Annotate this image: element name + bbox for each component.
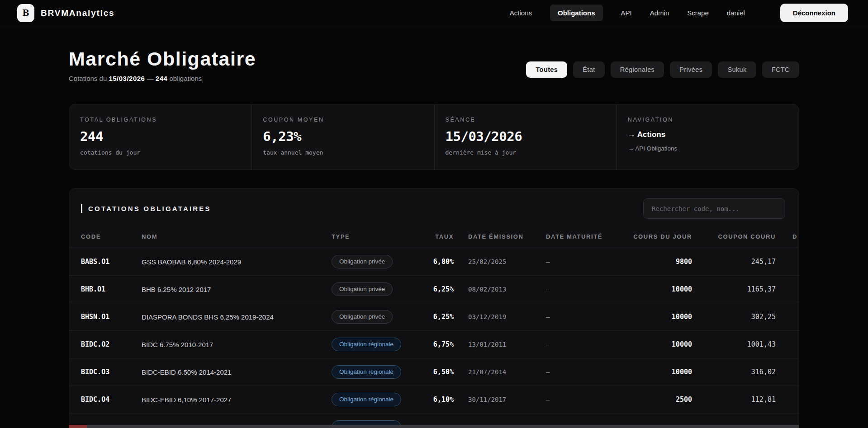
- cell-extra: [776, 386, 799, 414]
- subtitle-date: 15/03/2026: [109, 75, 145, 82]
- cell-date-maturite: —: [546, 386, 627, 414]
- cell-extra: [776, 248, 799, 276]
- filter-chip-état[interactable]: État: [573, 61, 604, 78]
- title-block: Marché Obligataire Cotations du 15/03/20…: [69, 49, 256, 82]
- nav-item-obligations[interactable]: Obligations: [550, 5, 603, 21]
- cell-coupon: 302,25: [692, 303, 776, 331]
- column-header: CODE: [69, 228, 142, 248]
- cell-taux: 6,50%: [415, 358, 454, 386]
- nav-link-actions[interactable]: → Actions: [628, 130, 799, 139]
- card-head: COTATIONS OBLIGATAIRES: [69, 188, 799, 228]
- cell-date-emission: 25/02/2025: [454, 248, 546, 276]
- stat-seance: SÉANCE 15/03/2026 dernière mise à jour: [434, 104, 617, 169]
- cell-taux: 6,75%: [415, 331, 454, 358]
- nav-item-daniel[interactable]: daniel: [727, 9, 745, 17]
- column-header: NOM: [142, 228, 332, 248]
- subtitle-count: 244: [156, 75, 168, 82]
- scrollbar-left-segment: [69, 425, 87, 428]
- filter-chip-sukuk[interactable]: Sukuk: [718, 61, 756, 78]
- cell-date-maturite: —: [546, 358, 627, 386]
- stat-value: 15/03/2026: [446, 129, 617, 144]
- top-navbar: B BRVMAnalytics ActionsObligationsAPIAdm…: [0, 0, 868, 26]
- cell-date-maturite: —: [546, 248, 627, 276]
- cell-code: BIDC.O2: [69, 331, 142, 358]
- subtitle-suffix: obligations: [167, 75, 202, 82]
- column-header: COUPON COURU: [692, 228, 776, 248]
- stat-sub: taux annuel moyen: [263, 149, 434, 156]
- cell-taux: 6,25%: [415, 276, 454, 303]
- subtitle-prefix: Cotations du: [69, 75, 109, 82]
- cell-nom: DIASPORA BONDS BHS 6,25% 2019-2024: [142, 303, 332, 331]
- subtitle-separator: —: [145, 75, 155, 82]
- cell-code: BIDC.O3: [69, 358, 142, 386]
- table-row[interactable]: BABS.O1 GSS BAOBAB 6,80% 2024-2029 Oblig…: [69, 248, 799, 276]
- nav-link-api-obligations[interactable]: → API Obligations: [628, 145, 799, 152]
- stat-navigation: NAVIGATION → Actions → API Obligations: [617, 104, 799, 169]
- cell-nom: BIDC-EBID 6,10% 2017-2027: [142, 386, 332, 414]
- column-header: TAUX: [415, 228, 454, 248]
- filter-chip-toutes[interactable]: Toutes: [526, 61, 567, 78]
- nav-item-api[interactable]: API: [621, 9, 632, 17]
- nav-item-actions[interactable]: Actions: [510, 9, 532, 17]
- cell-taux: 6,25%: [415, 303, 454, 331]
- cell-date-emission: 13/01/2011: [454, 331, 546, 358]
- cell-date-maturite: —: [546, 303, 627, 331]
- cell-code: BABS.O1: [69, 248, 142, 276]
- stat-label: NAVIGATION: [628, 117, 799, 123]
- page-title: Marché Obligataire: [69, 49, 256, 69]
- table-row[interactable]: BIDC.O4 BIDC-EBID 6,10% 2017-2027 Obliga…: [69, 386, 799, 414]
- cell-code: BHSN.O1: [69, 303, 142, 331]
- cell-coupon: 1001,43: [692, 331, 776, 358]
- cell-coupon: 112,81: [692, 386, 776, 414]
- cell-type: Obligation privée: [332, 303, 415, 331]
- cell-date-emission: 08/02/2013: [454, 276, 546, 303]
- stat-label: SÉANCE: [446, 117, 617, 123]
- cell-nom: BIDC 6.75% 2010-2017: [142, 331, 332, 358]
- section-title-text: COTATIONS OBLIGATAIRES: [88, 205, 211, 212]
- table-row[interactable]: BIDC.O3 BIDC-EBID 6.50% 2014-2021 Obliga…: [69, 358, 799, 386]
- stats-panel: TOTAL OBLIGATIONS 244 cotations du jour …: [69, 104, 799, 170]
- nav-item-admin[interactable]: Admin: [650, 9, 669, 17]
- brand-logo[interactable]: B: [17, 4, 34, 22]
- filter-chip-fctc[interactable]: FCTC: [762, 61, 799, 78]
- cell-cours: 10000: [627, 303, 692, 331]
- page-header: Marché Obligataire Cotations du 15/03/20…: [69, 49, 799, 82]
- table-row[interactable]: BHSN.O1 DIASPORA BONDS BHS 6,25% 2019-20…: [69, 303, 799, 331]
- accent-bar: [81, 204, 82, 213]
- cell-coupon: 245,17: [692, 248, 776, 276]
- cell-taux: 6,10%: [415, 386, 454, 414]
- stat-coupon-moyen: COUPON MOYEN 6,23% taux annuel moyen: [251, 104, 434, 169]
- cell-date-maturite: —: [546, 331, 627, 358]
- cell-coupon: 1165,37: [692, 276, 776, 303]
- cell-code: BIDC.O4: [69, 386, 142, 414]
- horizontal-scrollbar[interactable]: [69, 425, 799, 428]
- cell-cours: 10000: [627, 331, 692, 358]
- main-nav: ActionsObligationsAPIAdminScrapedanielDé…: [510, 4, 848, 22]
- logout-button[interactable]: Déconnexion: [780, 4, 848, 22]
- quotations-card: COTATIONS OBLIGATAIRES CODENOMTYPETAUXDA…: [69, 188, 799, 428]
- bonds-table: CODENOMTYPETAUXDATE ÉMISSIONDATE MATURIT…: [69, 228, 799, 428]
- cell-date-emission: 03/12/2019: [454, 303, 546, 331]
- stat-sub: cotations du jour: [80, 149, 251, 156]
- cell-cours: 10000: [627, 276, 692, 303]
- cell-extra: [776, 358, 799, 386]
- type-badge: Obligation privée: [332, 255, 393, 269]
- cell-cours: 9800: [627, 248, 692, 276]
- cell-type: Obligation régionale: [332, 386, 415, 414]
- column-header: DATE MATURITÉ: [546, 228, 627, 248]
- cell-code: BHB.O1: [69, 276, 142, 303]
- cell-type: Obligation privée: [332, 248, 415, 276]
- type-badge: Obligation privée: [332, 310, 393, 324]
- nav-item-scrape[interactable]: Scrape: [687, 9, 709, 17]
- search-input[interactable]: [643, 198, 785, 219]
- cell-coupon: 316,02: [692, 358, 776, 386]
- cell-taux: 6,80%: [415, 248, 454, 276]
- type-badge: Obligation régionale: [332, 393, 401, 407]
- cell-type: Obligation régionale: [332, 331, 415, 358]
- filter-chip-régionales[interactable]: Régionales: [611, 61, 664, 78]
- cell-cours: 2500: [627, 386, 692, 414]
- table-row[interactable]: BHB.O1 BHB 6.25% 2012-2017 Obligation pr…: [69, 276, 799, 303]
- table-row[interactable]: BIDC.O2 BIDC 6.75% 2010-2017 Obligation …: [69, 331, 799, 358]
- filter-chip-privées[interactable]: Privées: [670, 61, 712, 78]
- cell-date-maturite: —: [546, 276, 627, 303]
